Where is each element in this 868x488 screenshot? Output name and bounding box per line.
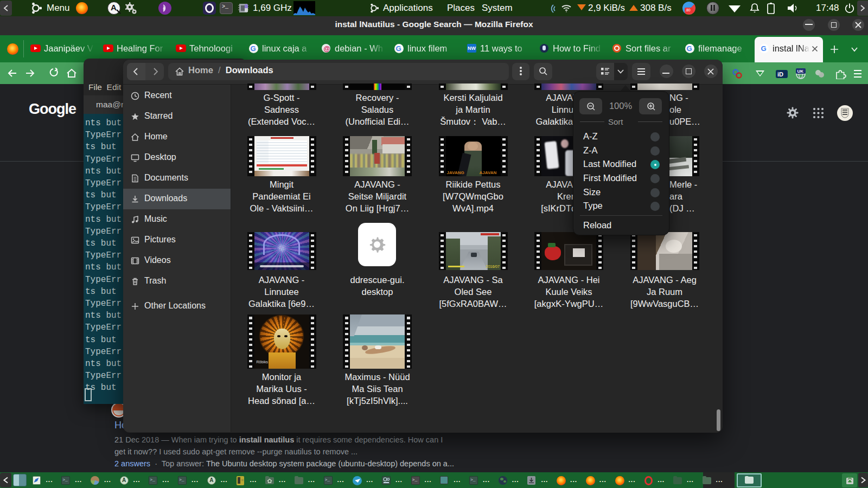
svg-text:iD: iD (777, 71, 783, 78)
svg-text:UK: UK (797, 69, 804, 74)
